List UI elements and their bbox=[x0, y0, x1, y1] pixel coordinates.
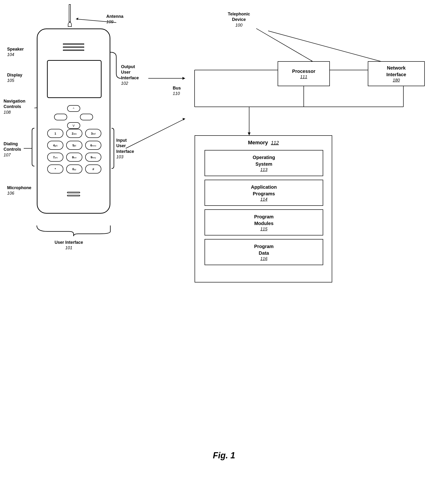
keypad-row-4: * 0qz # bbox=[45, 165, 104, 174]
label-output-user-interface: Output User Interface 102 bbox=[121, 64, 139, 86]
key-hash[interactable]: # bbox=[85, 165, 101, 174]
keypad-row-3: 7prs 8tuv 9wxy bbox=[45, 153, 104, 162]
svg-line-4 bbox=[268, 31, 382, 62]
nav-right-button[interactable] bbox=[80, 114, 93, 120]
microphone-slot bbox=[67, 192, 80, 196]
keypad-row-2: 4ghi 5jkl 6mno bbox=[45, 141, 104, 150]
key-8[interactable]: 8tuv bbox=[66, 153, 82, 162]
box-processor: Processor 111 bbox=[278, 61, 330, 86]
label-telephonic-device: Telephonic Device 100 bbox=[228, 11, 250, 28]
key-3[interactable]: 3def bbox=[85, 129, 101, 138]
box-memory: Memory 112 OperatingSystem 113 Applicati… bbox=[195, 135, 332, 282]
box-program-modules: ProgramModules 115 bbox=[205, 209, 323, 235]
nav-left-button[interactable] bbox=[54, 114, 67, 120]
keypad-row-1: 1 2abc 3def bbox=[45, 129, 104, 138]
label-speaker: Speaker 104 bbox=[7, 46, 24, 58]
display-screen bbox=[47, 60, 102, 98]
label-display: Display 105 bbox=[7, 72, 22, 84]
antenna bbox=[68, 4, 72, 27]
svg-marker-16 bbox=[183, 77, 185, 80]
navigation-controls: ^ V bbox=[54, 105, 93, 129]
key-7[interactable]: 7prs bbox=[47, 153, 63, 162]
label-microphone: Microphone 106 bbox=[7, 185, 31, 196]
label-dialing-controls: Dialing Controls 107 bbox=[4, 141, 21, 158]
diagram: ^ V 1 2abc 3def 4ghi 5jkl 6mno bbox=[0, 0, 448, 470]
label-bus: Bus 110 bbox=[173, 85, 181, 97]
svg-marker-18 bbox=[183, 118, 185, 120]
key-star[interactable]: * bbox=[47, 165, 63, 174]
keypad: 1 2abc 3def 4ghi 5jkl 6mno 7prs 8tuv 9wx… bbox=[45, 129, 104, 176]
box-operating-system: OperatingSystem 113 bbox=[205, 150, 323, 176]
key-4[interactable]: 4ghi bbox=[47, 141, 63, 150]
svg-line-17 bbox=[126, 119, 185, 148]
svg-marker-1 bbox=[76, 18, 78, 20]
figure-caption: Fig. 1 bbox=[213, 450, 235, 460]
svg-marker-28 bbox=[248, 133, 251, 135]
speaker-grille bbox=[63, 44, 84, 51]
key-6[interactable]: 6mno bbox=[85, 141, 101, 150]
nav-up-button[interactable]: ^ bbox=[67, 105, 80, 112]
label-input-user-interface: Input User Interface 103 bbox=[116, 138, 134, 160]
svg-line-2 bbox=[256, 28, 313, 62]
label-user-interface: User Interface 101 bbox=[55, 240, 83, 251]
label-antenna: Antenna 109 bbox=[106, 14, 123, 25]
key-0[interactable]: 0qz bbox=[66, 165, 82, 174]
key-9[interactable]: 9wxy bbox=[85, 153, 101, 162]
key-2[interactable]: 2abc bbox=[66, 129, 82, 138]
key-5[interactable]: 5jkl bbox=[66, 141, 82, 150]
label-navigation-controls: Navigation Controls 108 bbox=[4, 99, 25, 115]
box-program-data: ProgramData 116 bbox=[205, 239, 323, 265]
box-network-interface: NetworkInterface 180 bbox=[368, 61, 425, 86]
box-application-programs: ApplicationPrograms 114 bbox=[205, 180, 323, 206]
nav-down-button[interactable]: V bbox=[67, 122, 80, 129]
phone-body: ^ V 1 2abc 3def 4ghi 5jkl 6mno bbox=[37, 28, 110, 214]
key-1[interactable]: 1 bbox=[47, 129, 63, 138]
